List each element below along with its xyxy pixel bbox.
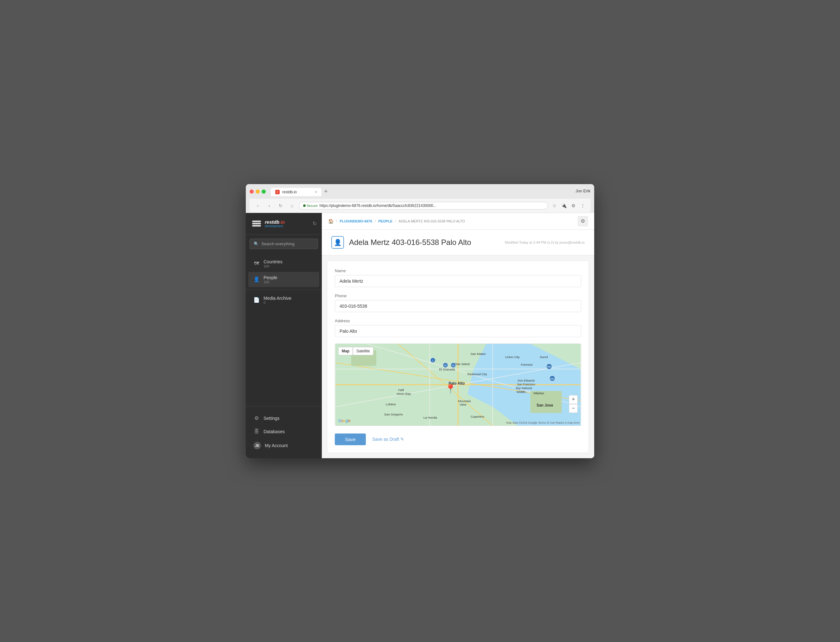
sidebar-bottom: ⚙ Settings 🗄 Databases JE My Account	[246, 409, 322, 458]
forward-button[interactable]: ›	[265, 201, 274, 210]
logo-disk-2	[252, 223, 261, 224]
avatar: JE	[253, 442, 261, 449]
map-zoom-out-button[interactable]: −	[569, 404, 578, 413]
countries-label: Countries	[264, 259, 283, 264]
breadcrumb-sep-3: /	[395, 219, 396, 224]
address-input[interactable]	[335, 325, 581, 337]
search-placeholder: Search everything	[261, 242, 295, 246]
svg-text:Wildlife...: Wildlife...	[516, 390, 528, 393]
record-title: Adela Mertz 403-016-5538 Palo Alto	[349, 238, 471, 247]
extension-icon-2[interactable]: ⚙	[570, 202, 577, 209]
svg-text:Union City: Union City	[505, 355, 520, 358]
save-as-draft-label: Save as Draft	[372, 437, 399, 442]
tab-close-button[interactable]: ×	[315, 190, 317, 194]
settings-icon: ⚙	[253, 415, 260, 422]
new-tab-button[interactable]: +	[322, 187, 330, 196]
map-view-button[interactable]: Map	[338, 347, 353, 355]
svg-text:92: 92	[444, 364, 447, 367]
secure-dot-icon	[303, 204, 306, 207]
active-tab[interactable]: r restdb.io ×	[271, 188, 322, 196]
sidebar-item-media-archive[interactable]: 📄 Media Archive 0	[248, 292, 319, 308]
sidebar: restdb.io development ↻ 🔍 Search everyth…	[246, 213, 322, 458]
people-icon: 👤	[253, 276, 260, 283]
sidebar-divider-2	[246, 406, 322, 406]
svg-text:La Honda: La Honda	[424, 416, 437, 419]
browser-user-name: Jon Erik	[576, 188, 591, 195]
media-archive-label: Media Archive	[264, 296, 291, 301]
save-button[interactable]: Save	[335, 433, 366, 445]
home-button[interactable]: ⌂	[288, 201, 296, 210]
tab-title: restdb.io	[282, 190, 297, 194]
svg-text:San Mateo: San Mateo	[471, 352, 486, 355]
map-zoom-controls: + −	[569, 395, 578, 413]
people-count: 180	[264, 280, 277, 284]
map-pin: 📍	[445, 384, 456, 394]
sidebar-item-my-account[interactable]: JE My Account	[248, 439, 319, 452]
maximize-traffic-light[interactable]	[262, 190, 266, 194]
sidebar-nav: 🗺 Countries 100 👤 People 180 📄	[246, 253, 322, 404]
breadcrumb: 🏠 / PLUGINDEMO-6876 / PEOPLE / ADELA MER…	[322, 213, 594, 230]
minimize-traffic-light[interactable]	[256, 190, 260, 194]
refresh-icon[interactable]: ↻	[312, 220, 317, 227]
app-layout: restdb.io development ↻ 🔍 Search everyth…	[246, 213, 594, 458]
search-box[interactable]: 🔍 Search everything	[249, 238, 318, 249]
save-as-draft-button[interactable]: Save as Draft ✎	[372, 437, 404, 442]
map-controls-bar: Map Satellite	[338, 347, 374, 355]
record-header: 👤 Adela Mertz 403-016-5538 Palo Alto Mod…	[322, 230, 594, 255]
my-account-label: My Account	[265, 443, 288, 448]
name-input[interactable]	[335, 275, 581, 287]
svg-text:880: 880	[550, 378, 555, 380]
svg-text:Bay National: Bay National	[516, 386, 532, 389]
breadcrumb-sep-2: /	[375, 219, 375, 224]
countries-count: 100	[264, 264, 283, 268]
secure-badge: Secure	[303, 204, 318, 208]
back-button[interactable]: ‹	[253, 201, 262, 210]
sidebar-item-people[interactable]: 👤 People 180	[248, 272, 319, 287]
breadcrumb-home-icon[interactable]: 🏠	[328, 219, 333, 224]
extension-icon-1[interactable]: 🔌	[560, 202, 568, 209]
map-zoom-in-button[interactable]: +	[569, 395, 578, 404]
sidebar-item-databases[interactable]: 🗄 Databases	[248, 425, 319, 438]
svg-text:1: 1	[432, 359, 434, 362]
phone-label: Phone	[335, 293, 581, 298]
close-traffic-light[interactable]	[249, 190, 254, 194]
address-label: Address	[335, 318, 581, 323]
breadcrumb-collection-link[interactable]: PEOPLE	[378, 219, 392, 223]
reload-button[interactable]: ↻	[276, 201, 285, 210]
logo-icon	[251, 218, 262, 229]
settings-gear-button[interactable]: ⚙	[578, 216, 588, 226]
address-field-group: Address	[335, 318, 581, 337]
breadcrumb-sep-1: /	[336, 219, 337, 224]
record-type-icon: 👤	[331, 236, 344, 249]
logo-disk-3	[252, 225, 261, 227]
logo-name: restdb.io	[265, 219, 285, 225]
breadcrumb-current-page: ADELA MERTZ 403-016-5538 PALO ALTO	[398, 219, 465, 223]
svg-text:Half: Half	[398, 388, 404, 391]
satellite-view-button[interactable]: Satellite	[353, 347, 374, 355]
tab-favicon: r	[275, 190, 280, 194]
bookmark-icon[interactable]: ☆	[550, 202, 558, 209]
sidebar-item-countries[interactable]: 🗺 Countries 100	[248, 256, 319, 271]
media-archive-count: 0	[264, 301, 291, 305]
svg-text:Fremont: Fremont	[521, 363, 532, 366]
svg-text:San Jose: San Jose	[537, 403, 554, 407]
phone-input[interactable]	[335, 300, 581, 312]
svg-text:El Granada: El Granada	[439, 368, 455, 371]
browser-window: r restdb.io × + Jon Erik ‹ › ↻ ⌂ Secure …	[246, 184, 594, 458]
menu-icon[interactable]: ⋮	[579, 202, 587, 209]
sidebar-header: restdb.io development ↻	[246, 213, 322, 235]
draft-icon: ✎	[400, 437, 404, 442]
address-bar[interactable]: Secure https://plugindemo-6876.restdb.io…	[299, 202, 548, 209]
svg-text:San Francisco: San Francisco	[517, 383, 535, 386]
breadcrumb-db-link[interactable]: PLUGINDEMO-6876	[340, 219, 372, 223]
settings-label: Settings	[264, 416, 280, 421]
media-archive-icon: 📄	[253, 297, 260, 303]
name-field-group: Name	[335, 268, 581, 287]
people-label: People	[264, 275, 277, 280]
title-bar: r restdb.io × + Jon Erik	[249, 187, 591, 196]
browser-chrome: r restdb.io × + Jon Erik ‹ › ↻ ⌂ Secure …	[246, 184, 594, 213]
svg-text:Redwood City: Redwood City	[468, 372, 487, 376]
map-svg: Union City Sunol San Mateo Bair Island E…	[335, 344, 581, 426]
sidebar-item-settings[interactable]: ⚙ Settings	[248, 412, 319, 425]
svg-text:Lobitos: Lobitos	[386, 402, 396, 405]
